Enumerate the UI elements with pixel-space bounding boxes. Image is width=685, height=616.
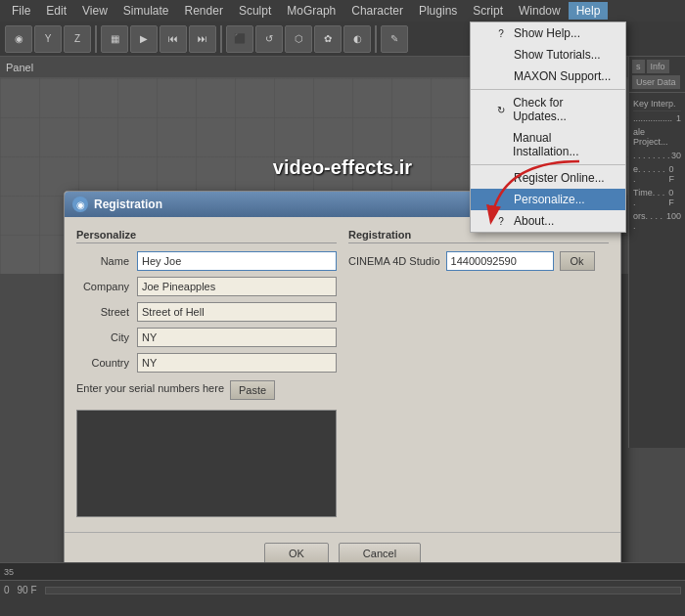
menu-help[interactable]: Help (569, 2, 609, 20)
city-input[interactable] (137, 328, 337, 347)
timeline-ruler: 35 (0, 563, 685, 581)
toolbar-btn-6[interactable]: ⏮ (160, 25, 187, 53)
help-register-online-label: Register Online... (514, 171, 605, 185)
right-tab-userdata[interactable]: User Data (632, 75, 680, 89)
right-panel-tabs: s Info User Data (629, 57, 685, 92)
menu-plugins[interactable]: Plugins (411, 2, 465, 20)
paste-button[interactable]: Paste (230, 380, 275, 400)
help-manual-install[interactable]: Manual Installation... (471, 127, 625, 162)
city-label: City (76, 331, 137, 343)
toolbar-btn-4[interactable]: ▦ (101, 25, 128, 53)
dialog-left-panel: Personalize Name Company Street City Cou… (76, 229, 337, 520)
menu-window[interactable]: Window (511, 2, 569, 20)
city-row: City (76, 328, 337, 347)
reg-studio-label: CINEMA 4D Studio (348, 255, 440, 267)
help-show-help-label: Show Help... (514, 26, 580, 40)
dialog-ok-button[interactable]: OK (264, 543, 329, 564)
help-register-icon (494, 171, 508, 185)
dialog-cancel-button[interactable]: Cancel (339, 543, 421, 564)
help-maxon-icon (494, 69, 508, 83)
help-show-tutorials[interactable]: Show Tutorials... (471, 44, 625, 66)
toolbar-btn-cyl[interactable]: ⬡ (285, 25, 312, 53)
timeline-pos-label: 35 (4, 567, 14, 577)
right-prop-1: ................1 (633, 111, 681, 125)
street-input[interactable] (137, 302, 337, 322)
company-row: Company (76, 277, 337, 296)
right-prop-project: ale Project... (633, 125, 681, 149)
watermark-text: video-effects.ir (273, 156, 412, 179)
right-prop-time: Time. . . .0 F (633, 186, 681, 209)
help-show-help[interactable]: ? Show Help... (471, 22, 625, 44)
registration-dialog: ◉ Registration ✕ Personalize Name Compan… (64, 191, 621, 575)
toolbar-btn-3[interactable]: Z (64, 25, 91, 53)
menu-simulate[interactable]: Simulate (115, 2, 177, 20)
street-row: Street (76, 302, 337, 322)
right-prop-2: . . . . . . . . 30 (633, 149, 681, 162)
toolbar-btn-flower[interactable]: ✿ (314, 25, 342, 53)
help-personalize-label: Personalize... (514, 193, 585, 206)
dialog-right-panel: Registration CINEMA 4D Studio Ok (348, 229, 609, 520)
menu-sculpt[interactable]: Sculpt (231, 2, 279, 20)
menu-view[interactable]: View (74, 2, 115, 20)
help-about[interactable]: ? About... (471, 210, 625, 232)
street-label: Street (76, 306, 137, 318)
menu-script[interactable]: Script (465, 2, 511, 20)
company-input[interactable] (137, 277, 337, 296)
toolbar-btn-extra1[interactable]: ✎ (381, 25, 408, 53)
right-tab-info[interactable]: Info (647, 60, 669, 73)
menu-render[interactable]: Render (177, 2, 231, 20)
name-row: Name (76, 251, 337, 271)
help-tutorials-label: Show Tutorials... (514, 48, 601, 62)
name-label: Name (76, 255, 137, 267)
toolbar-btn-cube[interactable]: ⬛ (226, 25, 253, 53)
help-maxon-label: MAXON Support... (514, 69, 611, 83)
toolbar-btn-7[interactable]: ⏭ (189, 25, 216, 53)
menu-mograph[interactable]: MoGraph (279, 2, 343, 20)
help-maxon-support[interactable]: MAXON Support... (471, 66, 625, 87)
help-check-updates[interactable]: ↻ Check for Updates... (471, 92, 625, 127)
toolbar-btn-2[interactable]: Y (34, 25, 62, 53)
company-label: Company (76, 281, 137, 292)
help-help-icon: ? (494, 26, 508, 40)
personalize-section-label: Personalize (76, 229, 337, 243)
dialog-icon: ◉ (72, 197, 88, 212)
right-panel-content: Key Interp. ................1 ale Projec… (629, 92, 685, 237)
right-prop-keyinterp: Key Interp. (633, 97, 681, 111)
menu-file[interactable]: File (4, 2, 38, 20)
reg-ok-button[interactable]: Ok (560, 251, 595, 271)
toolbar-btn-5[interactable]: ▶ (130, 25, 158, 53)
timeline-start-label: 0 (4, 585, 10, 595)
country-input[interactable] (137, 353, 337, 373)
help-personalize[interactable]: Personalize... (471, 189, 625, 210)
right-side-panel: s Info User Data Key Interp. ...........… (628, 57, 685, 448)
help-check-updates-label: Check for Updates... (513, 96, 614, 123)
right-prop-ors: ors. . . . .100 (633, 209, 681, 233)
panel-label: Panel (6, 62, 33, 73)
timeline-bar[interactable] (45, 587, 681, 594)
menubar: File Edit View Simulate Render Sculpt Mo… (0, 0, 685, 22)
help-register-online[interactable]: Register Online... (471, 167, 625, 189)
timeline-controls: 0 90 F (0, 581, 685, 599)
help-update-icon: ↻ (494, 103, 507, 116)
menu-character[interactable]: Character (343, 2, 411, 20)
reg-studio-input[interactable] (446, 251, 554, 271)
name-input[interactable] (137, 251, 337, 271)
serial-row: Enter your serial numbers here Paste (76, 380, 337, 400)
help-dropdown: ? Show Help... Show Tutorials... MAXON S… (470, 22, 626, 233)
help-manual-icon (494, 138, 507, 152)
country-label: Country (76, 357, 137, 369)
right-tab-s[interactable]: s (632, 60, 645, 73)
help-separator-1 (471, 89, 625, 90)
toolbar-btn-sphere[interactable]: ↺ (255, 25, 283, 53)
help-tutorials-icon (494, 48, 508, 62)
serial-textarea[interactable] (76, 410, 337, 517)
bottom-timeline: 35 0 90 F (0, 562, 685, 616)
toolbar-btn-1[interactable]: ◉ (5, 25, 32, 53)
right-prop-e: e. . . . . . .0 F (633, 162, 681, 186)
toolbar-btn-cone[interactable]: ◐ (343, 25, 371, 53)
help-about-label: About... (514, 214, 554, 228)
dialog-body: Personalize Name Company Street City Cou… (65, 217, 620, 532)
menu-edit[interactable]: Edit (38, 2, 74, 20)
serial-label: Enter your serial numbers here (76, 382, 224, 394)
help-about-icon: ? (494, 214, 508, 228)
